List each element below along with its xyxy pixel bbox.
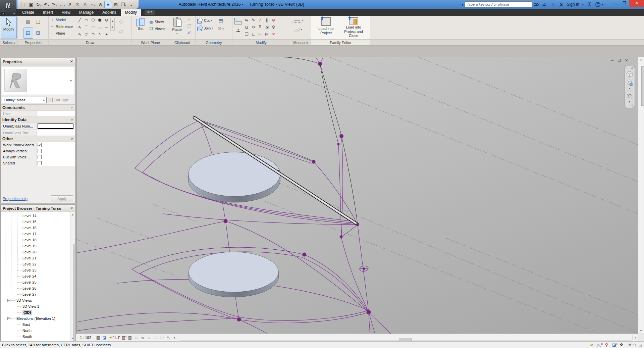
draw-grid-scroller[interactable]: ▲▼ [110,18,115,31]
modify-tool-split-element-icon[interactable]: ⌿ [257,17,263,24]
tab-view[interactable]: View [57,9,75,16]
draw-tool-tangent-arc-icon[interactable]: ◡ [97,24,103,31]
scroll-down-icon[interactable]: ▼ [70,336,75,341]
profile-control-point[interactable] [237,317,241,321]
search-expand-arrow-icon[interactable]: ▸ [462,3,464,6]
draw-tool-partial-ellipse-icon[interactable]: ⊃ [90,31,96,38]
scroll-right-icon[interactable]: › [633,336,638,340]
sign-in-dropdown-icon[interactable]: ▾ [581,3,585,6]
apply-button[interactable]: Apply [51,195,73,202]
qat-sync-with-central-icon[interactable]: ↻▾ [35,1,42,8]
section-other[interactable]: Other« [1,136,75,142]
browser-item-elevations-elevation-1[interactable]: −Elevations (Elevation 1) [1,315,70,321]
set-work-plane-button[interactable]: Set [133,16,149,39]
draw-tool-ellipse-icon[interactable]: ⬭ [83,31,90,38]
show-work-plane-button[interactable]: ▦Show [149,18,166,25]
worksharing-display-button[interactable]: ❏ [152,335,159,341]
crop-view-button[interactable]: ▧✕ [120,335,127,341]
view-close-icon[interactable]: ✕ [624,58,629,63]
project-browser-close-icon[interactable]: ✕ [70,206,73,210]
edit-type-button[interactable]: Edit Type [48,97,74,103]
browser-item-level-14[interactable]: Level 14 [1,213,70,219]
load-into-project-button[interactable]: Load into Project [312,16,340,38]
load-into-project-and-close-button[interactable]: Load into Project and Close [340,16,367,38]
select-links-toggle[interactable]: ∞ [588,342,596,348]
navbar-collapse-icon[interactable]: − [626,67,628,70]
temporary-hide-isolate-button[interactable]: ∞ [140,335,146,341]
qat-measure-icon[interactable]: ↔▾ [58,1,65,8]
help-icon[interactable]: ? [595,2,600,7]
view-minimize-icon[interactable]: ─ [610,58,615,63]
profile-control-point[interactable] [356,223,359,226]
cut-to-clipboard-button[interactable]: ✂ [184,16,194,23]
minimize-button[interactable]: — [610,0,620,7]
modify-tool-delete-icon[interactable]: ✕ [270,31,277,38]
browser-item-level-17[interactable]: Level 17 [1,231,70,237]
type-properties-button[interactable]: ⊞ [34,28,43,38]
work-plane-panel-label[interactable]: Work Plane [132,39,169,45]
draw-tool-spline-through-points-icon[interactable]: ∿ [76,31,83,38]
qat-text-icon[interactable]: A [82,1,89,8]
collapse-chevron-icon[interactable]: « [71,119,74,121]
resize-grip-icon[interactable]: ◢ [639,343,642,347]
browser-item-level-18[interactable]: Level 18 [1,237,70,243]
draw-mode-reference[interactable]: ⌁Reference [50,23,76,30]
modify-tool-array-icon[interactable]: ⠿ [257,24,263,31]
modify-tool-trim-extend-corner-icon[interactable]: ∟ [250,31,257,38]
browser-item-level-16[interactable]: Level 16 [1,225,70,231]
steering-wheel-button[interactable] [625,79,634,87]
tree-collapse-icon[interactable]: − [7,317,10,320]
browser-item-level-23[interactable]: Level 23 [1,267,70,273]
reference-plane-lines[interactable] [76,57,638,334]
browser-item-3d-view-1[interactable]: 3D View 1 [1,303,70,309]
profile-control-point[interactable] [278,170,279,172]
checkbox-cut-with-voids[interactable] [38,155,42,159]
tab-manage[interactable]: Manage [75,9,98,16]
profile-control-point[interactable] [363,267,365,270]
qat-thin-lines-icon[interactable]: ≡ [105,1,112,8]
qat-default-3d-view-icon[interactable]: ⌂▾ [89,1,96,8]
view-cube-button[interactable] [625,70,634,79]
section-constraints[interactable]: Constraints« [1,105,75,111]
move-button[interactable]: ↔↕ [234,27,242,35]
qat-customize-quick-access-toolbar-icon[interactable]: ⌄ [128,1,135,8]
draw-mode-model[interactable]: ⌇Model [50,16,76,23]
application-menu-button[interactable]: R A ▾ [0,0,16,16]
modify-tool-pin-icon[interactable]: ⚲ [270,24,277,31]
communication-center-icon[interactable] [540,0,549,9]
browser-item-level-27[interactable]: Level 27 [1,291,70,297]
family-types-button[interactable]: ❏ [34,17,43,27]
modify-tool-mirror-pick-axis-icon[interactable]: ⇋ [244,17,250,24]
join-geometry-button[interactable]: Join▾ [197,24,214,32]
qat-aligned-dimension-icon[interactable]: ⇗ [66,1,73,8]
draw-tool-inscribed-polygon-icon[interactable]: ⬠ [90,17,96,24]
navbar-close-icon[interactable]: ⊗ [631,67,633,70]
show-crop-region-button[interactable]: ▧• [127,335,133,341]
zoom-button[interactable] [625,92,634,101]
highlight-displacement-sets-button[interactable]: ⇱ [165,335,171,341]
properties-help-link[interactable]: Properties help [3,197,28,201]
type-selector-dropdown-icon[interactable]: ▼ [69,79,72,83]
browser-item-3d[interactable]: {3D} [1,309,70,315]
close-button[interactable]: ✕ [629,0,644,7]
modify-tool-offset-icon[interactable]: ⊔ [244,24,250,31]
sun-path-button[interactable]: ☀✕ [108,335,114,341]
view-scale-button[interactable]: 1 : 192 [76,336,95,340]
tab-add-ins[interactable]: Add-Ins [98,9,120,16]
locked-3d-view-button[interactable]: ⌂ [133,335,140,341]
reveal-hidden-elements-button[interactable]: ○ [146,335,152,341]
qat-close-hidden-windows-icon[interactable]: ⊠ [112,1,119,8]
draw-tool-rectangle-icon[interactable]: ▭ [83,17,90,24]
selection-filter-icon[interactable] [628,344,632,346]
properties-panel-label[interactable]: Properties [18,39,48,45]
sign-in-person-icon[interactable] [557,0,566,9]
tab-modify[interactable]: Modify [121,9,141,16]
draw-on-work-plane-button[interactable]: ▱ [116,27,126,37]
profile-control-point[interactable] [312,160,316,164]
tab-insert[interactable]: Insert [39,9,57,16]
modify-tool-mirror-draw-axis-icon[interactable]: ✎ [250,17,257,24]
qat-section-icon[interactable]: ⊘ [97,1,104,8]
draw-tool-line-icon[interactable]: ╱ [76,17,83,24]
horizontal-scrollbar[interactable] [180,335,633,341]
scroll-up-icon[interactable]: ▲ [638,57,644,62]
